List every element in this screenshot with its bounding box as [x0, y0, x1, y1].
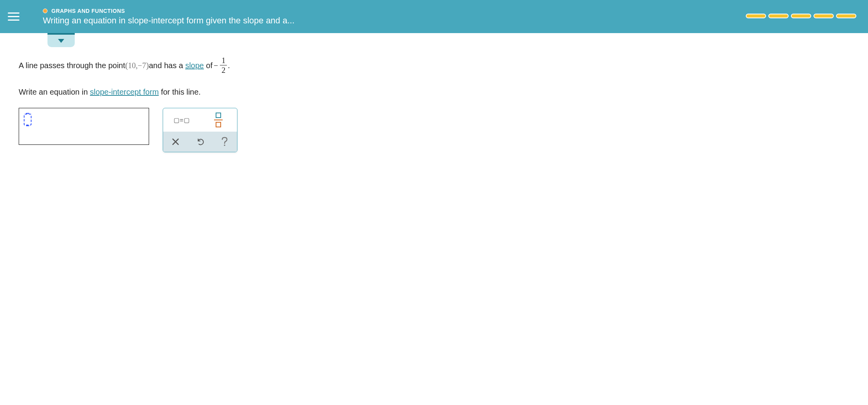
instruction-text: for this line.: [161, 88, 200, 96]
undo-button[interactable]: [188, 134, 212, 150]
header-text: GRAPHS AND FUNCTIONS Writing an equation…: [43, 8, 295, 26]
slope-intercept-link[interactable]: slope-intercept form: [90, 88, 159, 96]
progress-segment: [836, 14, 856, 18]
open-paren: (: [125, 58, 128, 72]
undo-icon: [196, 138, 204, 146]
fraction-icon: [214, 113, 223, 127]
instruction: Write an equation in slope-intercept for…: [19, 86, 849, 98]
answer-input[interactable]: [19, 108, 149, 145]
question-icon: [221, 137, 228, 147]
progress-segment: [746, 14, 766, 18]
menu-icon[interactable]: [8, 9, 23, 25]
progress-segment: [814, 14, 834, 18]
point-y: 7: [142, 59, 146, 72]
category-label: GRAPHS AND FUNCTIONS: [51, 8, 125, 14]
problem-content: A line passes through the point ( 10 , −…: [0, 49, 868, 160]
math-cursor-icon: [24, 114, 32, 125]
fraction-template-button[interactable]: [207, 112, 230, 128]
app-header: GRAPHS AND FUNCTIONS Writing an equation…: [0, 0, 868, 33]
neg-sign: −: [138, 59, 142, 72]
help-button[interactable]: [213, 134, 236, 150]
slope-link[interactable]: slope: [185, 59, 204, 72]
math-palette: ▢=▢: [163, 108, 237, 152]
page-title: Writing an equation in slope-intercept f…: [43, 16, 295, 26]
problem-text: A line passes through the point: [19, 59, 125, 72]
equation-template-button[interactable]: ▢=▢: [170, 112, 193, 128]
close-paren: ): [146, 58, 149, 72]
dropdown-tab[interactable]: [47, 33, 75, 47]
chevron-down-icon: [58, 39, 64, 43]
problem-text: of: [206, 59, 213, 72]
problem-text: and has a: [149, 59, 183, 72]
progress-segment: [791, 14, 811, 18]
category-dot-icon: [43, 9, 47, 13]
instruction-text: Write an equation in: [19, 88, 90, 96]
progress-segment: [768, 14, 789, 18]
period: .: [228, 59, 230, 72]
progress-bar: [746, 14, 856, 18]
equation-icon: ▢=▢: [174, 116, 190, 124]
fraction-numerator: 1: [220, 56, 227, 65]
slope-sign: −: [213, 59, 219, 72]
point-x: 10: [128, 59, 136, 72]
clear-button[interactable]: [164, 134, 187, 150]
problem-statement: A line passes through the point ( 10 , −…: [19, 56, 849, 74]
close-icon: [172, 138, 179, 145]
slope-fraction: 1 2: [220, 56, 227, 74]
fraction-denominator: 2: [221, 65, 225, 74]
svg-point-0: [224, 144, 226, 146]
